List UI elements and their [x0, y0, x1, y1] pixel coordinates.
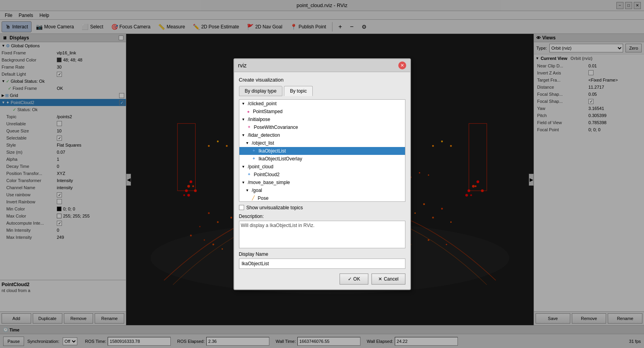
topic-tree[interactable]: ▼ /clicked_point ● PointStamped ▼ /initi… [239, 99, 405, 202]
expand-icon[interactable]: ▼ [242, 181, 246, 184]
ikaobjectlistoverlay-icon: ✦ [252, 156, 256, 161]
display-name-section: Display Name [239, 251, 405, 269]
topic-pointcloud2[interactable]: ✦ PointCloud2 [239, 171, 405, 179]
pointstamped-icon: ● [247, 109, 250, 114]
modal-close-button[interactable]: ✕ [398, 61, 406, 69]
posewithcovariance-icon: ✦ [247, 125, 251, 130]
description-section: Description: Will display a IkaObjectLis… [239, 214, 405, 248]
expand-icon[interactable]: ▼ [246, 141, 250, 145]
modal-title-bar: rviz ✕ [234, 59, 410, 72]
description-box: Will display a IkaObjectList in RViz. [239, 221, 405, 248]
modal-cancel-button[interactable]: ✕ Cancel [371, 274, 405, 285]
topic-clicked-point[interactable]: ▼ /clicked_point [239, 100, 405, 108]
ikaobjectlist-icon: ✦ [252, 148, 256, 153]
cancel-x-icon: ✕ [378, 276, 382, 282]
modal-ok-button[interactable]: ✓ OK [340, 274, 368, 285]
modal-buttons: ✓ OK ✕ Cancel [239, 274, 405, 285]
show-unvis-row: Show unvisualizable topics [239, 205, 405, 210]
expand-icon[interactable]: ▼ [242, 117, 246, 121]
topic-move-base-simple[interactable]: ▼ /move_base_simple [239, 179, 405, 186]
expand-icon[interactable]: ▼ [242, 133, 246, 137]
ok-checkmark-icon: ✓ [348, 276, 352, 282]
tab-by-topic[interactable]: By topic [284, 86, 313, 96]
topic-lidar-detection[interactable]: ▼ /lidar_detection [239, 131, 405, 139]
pointcloud2-topic-icon: ✦ [247, 172, 251, 177]
topic-object-list[interactable]: ▼ /object_list [239, 139, 405, 147]
expand-icon[interactable]: ▼ [242, 165, 246, 169]
topic-ikaobjectlist[interactable]: ✦ IkaObjectList [239, 147, 405, 155]
show-unvis-checkbox[interactable] [239, 205, 244, 210]
modal-body: Create visualization By display type By … [234, 72, 410, 289]
display-name-input[interactable] [239, 259, 405, 269]
modal-overlay: rviz ✕ Create visualization By display t… [0, 0, 644, 348]
create-visualization-dialog: rviz ✕ Create visualization By display t… [233, 58, 411, 290]
topic-point-cloud[interactable]: ▼ /point_cloud [239, 163, 405, 171]
topic-ikaobjectlistoverlay[interactable]: ✦ IkaObjectListOverlay [239, 155, 405, 163]
topic-pose[interactable]: ╱ Pose [239, 194, 405, 202]
topic-goal[interactable]: ▼ /goal [239, 186, 405, 194]
expand-icon[interactable]: ▼ [246, 188, 250, 192]
expand-icon[interactable]: ▼ [242, 102, 246, 106]
tab-by-display-type[interactable]: By display type [239, 86, 283, 96]
modal-header: Create visualization [239, 77, 405, 83]
topic-posewithcovariance[interactable]: ✦ PoseWithCovariance [239, 123, 405, 131]
modal-tabs: By display type By topic [239, 86, 405, 96]
topic-pointstamped[interactable]: ● PointStamped [239, 108, 405, 115]
pose-icon: ╱ [252, 195, 255, 201]
topic-initialpose[interactable]: ▼ /initialpose [239, 115, 405, 123]
